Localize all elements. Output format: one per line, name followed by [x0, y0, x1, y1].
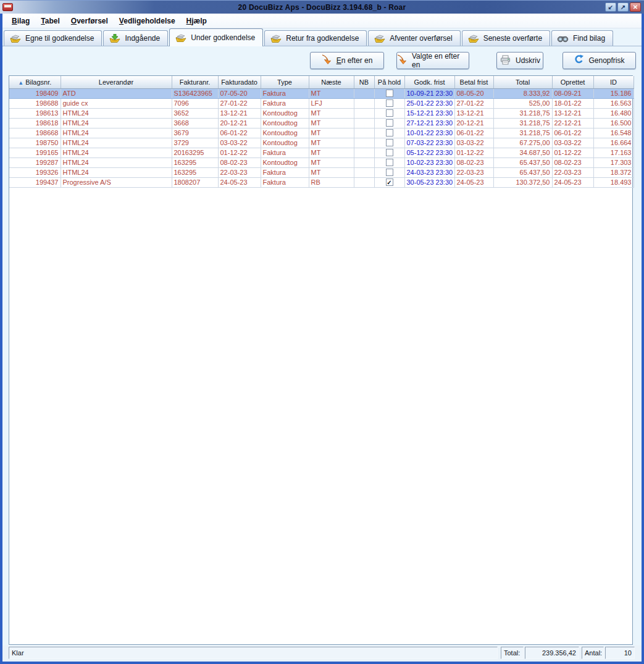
- cell-fakturadato: 24-05-23: [218, 177, 261, 187]
- table-row[interactable]: 199326HTML2416329522-03-23FakturaMT24-03…: [9, 167, 634, 177]
- cell-godk-frist: 25-01-22 23:30: [404, 98, 454, 108]
- status-message: Klar: [9, 647, 498, 659]
- paa-hold-checkbox[interactable]: [386, 109, 393, 117]
- cell-id: 18.372: [593, 167, 634, 177]
- table-row[interactable]: 198618HTML24366820-12-21KontoudtogMT27-1…: [9, 118, 634, 128]
- column-header-fakturadato[interactable]: Fakturadato: [218, 76, 261, 88]
- cell-total: 31.218,75: [493, 118, 552, 128]
- content-area: Egne til godkendelseIndgåendeUnder godke…: [2, 28, 642, 662]
- status-antal-label: Antal:: [582, 647, 604, 659]
- cell-paa-hold: [374, 108, 404, 118]
- column-header-leverand-r[interactable]: Leverandør: [61, 76, 172, 88]
- documents-grid: ▲ Bilagsnr.LeverandørFakturanr.Fakturada…: [9, 76, 634, 188]
- column-header-nb[interactable]: NB: [354, 76, 374, 88]
- cell-paa-hold: [374, 158, 404, 167]
- menu-item-hj-lp[interactable]: Hjælp: [181, 15, 212, 27]
- column-header-total[interactable]: Total: [493, 76, 552, 88]
- tab-label: Seneste overførte: [483, 34, 542, 43]
- table-row[interactable]: 198668HTML24367906-01-22KontoudtogMT10-0…: [9, 128, 634, 138]
- paa-hold-checkbox[interactable]: [386, 159, 393, 166]
- tab-indg-ende[interactable]: Indgående: [103, 30, 168, 46]
- tab-under-godkendelse[interactable]: Under godkendelse: [169, 28, 263, 46]
- table-row[interactable]: 198613HTML24365213-12-21KontoudtogMT15-1…: [9, 108, 634, 118]
- tab-label: Find bilag: [573, 34, 605, 43]
- cell-godk-frist: 27-12-21 23:30: [404, 118, 454, 128]
- paa-hold-checkbox[interactable]: [386, 149, 393, 156]
- column-header-betal-frist[interactable]: Betal frist: [454, 76, 493, 88]
- cell-fakturadato: 13-12-21: [218, 108, 261, 118]
- paa-hold-checkbox[interactable]: [386, 129, 393, 137]
- cell-nb: [354, 118, 374, 128]
- cell-id: 16.563: [593, 98, 634, 108]
- cell-oprettet: 06-01-22: [552, 128, 593, 138]
- cell-godk-frist: 10-01-22 23:30: [404, 128, 454, 138]
- paa-hold-checkbox[interactable]: ✓: [386, 179, 393, 186]
- cell-fakturanr: 3679: [172, 128, 218, 138]
- cell-fakturadato: 08-02-23: [218, 158, 261, 167]
- column-header-id[interactable]: ID: [593, 76, 634, 88]
- paa-hold-checkbox[interactable]: [386, 169, 393, 176]
- cell-total: 525,00: [493, 98, 552, 108]
- cell-bilagsnr: 199287: [9, 158, 61, 167]
- cell-fakturanr: 1808207: [172, 177, 218, 187]
- tab-find-bilag[interactable]: Find bilag: [551, 30, 613, 46]
- menu-item-vedligeholdelse[interactable]: Vedligeholdelse: [114, 15, 181, 27]
- selected-button[interactable]: Valgte en efter en: [396, 52, 469, 69]
- paa-hold-checkbox[interactable]: [386, 90, 393, 97]
- cell-id: 16.664: [593, 138, 634, 148]
- table-row[interactable]: 198750HTML24372903-03-22KontoudtogMT07-0…: [9, 138, 634, 148]
- cell-betal-frist: 22-03-23: [454, 167, 493, 177]
- restore-button[interactable]: ↗: [617, 2, 629, 12]
- column-header-p-hold[interactable]: På hold: [374, 76, 404, 88]
- cell-oprettet: 22-12-21: [552, 118, 593, 128]
- cell-leverandor: ATD: [61, 88, 172, 98]
- tab-egne-til-godkendelse[interactable]: Egne til godkendelse: [4, 30, 102, 46]
- cell-oprettet: 22-03-23: [552, 167, 593, 177]
- tab-seneste-overf-rte[interactable]: Seneste overførte: [462, 30, 550, 46]
- menu-item-tabel[interactable]: Tabel: [35, 15, 65, 27]
- cell-id: 16.548: [593, 128, 634, 138]
- tab-afventer-overf-rsel[interactable]: Afventer overførsel: [368, 30, 460, 46]
- menu-item-overf-rsel[interactable]: Overførsel: [65, 15, 114, 27]
- table-row[interactable]: 199165HTML242016329501-12-22FakturaMT05-…: [9, 148, 634, 158]
- paa-hold-checkbox[interactable]: [386, 119, 393, 127]
- table-row[interactable]: 198409ATDS13642396507-05-20FakturaMT10-0…: [9, 88, 634, 98]
- cell-total: 65.437,50: [493, 158, 552, 167]
- cell-nb: [354, 98, 374, 108]
- tray-in-icon: [109, 34, 120, 43]
- cell-oprettet: 08-09-21: [552, 88, 593, 98]
- cell-leverandor: HTML24: [61, 158, 172, 167]
- column-header-godk-frist[interactable]: Godk. frist: [404, 76, 454, 88]
- cell-leverandor: HTML24: [61, 138, 172, 148]
- tray-icon: [270, 34, 282, 43]
- column-header-bilagsnr[interactable]: ▲ Bilagsnr.: [9, 76, 61, 88]
- print-button[interactable]: Udskriv: [496, 52, 543, 69]
- cell-type: Kontoudtog: [261, 118, 309, 128]
- paa-hold-checkbox[interactable]: [386, 139, 393, 146]
- menu-item-bilag[interactable]: Bilag: [6, 15, 35, 27]
- minimize-button[interactable]: ↙: [605, 2, 616, 12]
- table-row[interactable]: 199287HTML2416329508-02-23KontoudtogMT10…: [9, 158, 634, 167]
- column-header-fakturanr[interactable]: Fakturanr.: [172, 76, 218, 88]
- column-header-type[interactable]: Type: [261, 76, 309, 88]
- column-header-n-ste[interactable]: Næste: [309, 76, 354, 88]
- cell-bilagsnr: 198613: [9, 108, 61, 118]
- column-header-oprettet[interactable]: Oprettet: [552, 76, 593, 88]
- window-title: 20 DocuBizz Aps - DocuBizz 3.194.68_b - …: [0, 3, 644, 12]
- cell-fakturadato: 20-12-21: [218, 118, 261, 128]
- cell-id: 17.163: [593, 148, 634, 158]
- refresh-button[interactable]: Genopfrisk: [562, 52, 636, 69]
- tab-retur-fra-godkendelse[interactable]: Retur fra godkendelse: [264, 30, 367, 46]
- tab-label: Under godkendelse: [191, 33, 255, 42]
- cell-nb: [354, 88, 374, 98]
- one-button[interactable]: En efter en: [310, 52, 384, 69]
- table-row[interactable]: 199437Progressive A/S180820724-05-23Fakt…: [9, 177, 634, 187]
- cell-fakturadato: 22-03-23: [218, 167, 261, 177]
- table-row[interactable]: 198688guide cx709627-01-22FakturaLFJ25-0…: [9, 98, 634, 108]
- status-antal-value: 10: [605, 647, 635, 659]
- cell-nb: [354, 177, 374, 187]
- cell-oprettet: 18-01-22: [552, 98, 593, 108]
- close-button[interactable]: ✕: [630, 2, 641, 12]
- paa-hold-checkbox[interactable]: [386, 99, 393, 107]
- cell-betal-frist: 03-03-22: [454, 138, 493, 148]
